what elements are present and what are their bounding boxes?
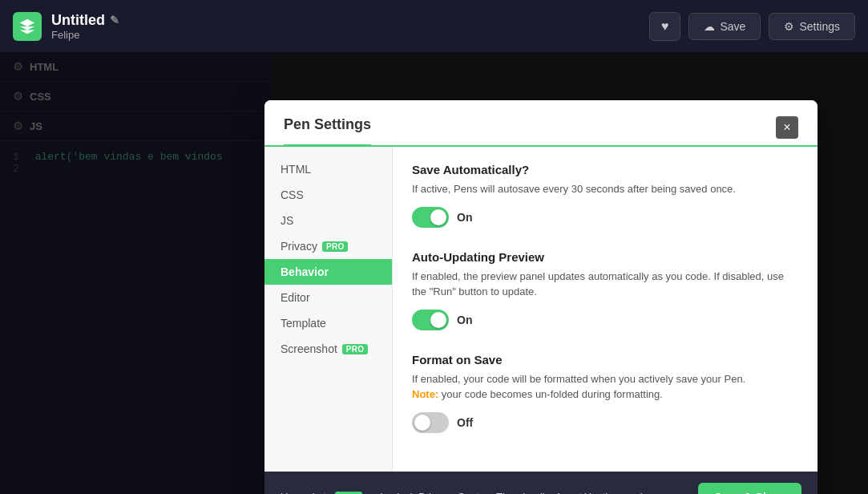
nav-item-html[interactable]: HTML xyxy=(264,156,392,182)
auto-update-thumb xyxy=(430,312,446,328)
nav-js-label: JS xyxy=(281,214,293,227)
modal-body: HTML CSS JS Privacy PRO Behavior Editor xyxy=(264,147,818,472)
pen-settings-modal: Pen Settings × HTML CSS JS Privacy PRO xyxy=(264,100,818,494)
edit-icon[interactable]: ✎ xyxy=(110,14,119,26)
heart-button[interactable]: ♥ xyxy=(649,12,681,41)
modal-title: Pen Settings xyxy=(284,116,371,147)
nav-html-label: HTML xyxy=(281,163,311,176)
format-save-toggle-row: Off xyxy=(412,412,798,433)
auto-update-track xyxy=(412,310,449,330)
nav-css-label: CSS xyxy=(281,188,304,201)
nav-behavior-label: Behavior xyxy=(281,265,329,278)
save-auto-title: Save Automatically? xyxy=(412,163,798,176)
save-auto-toggle[interactable] xyxy=(412,207,449,228)
format-save-toggle[interactable] xyxy=(412,412,449,433)
privacy-pro-badge: PRO xyxy=(322,241,349,252)
nav-item-template[interactable]: Template xyxy=(264,310,392,336)
nav-item-editor[interactable]: Editor xyxy=(264,285,392,310)
logo-icon xyxy=(13,12,42,41)
modal-content: Save Automatically? If active, Pens will… xyxy=(393,147,818,472)
modal-close-button[interactable]: × xyxy=(776,116,798,139)
modal-nav: HTML CSS JS Privacy PRO Behavior Editor xyxy=(264,147,393,472)
app-title: Untitled ✎ xyxy=(51,12,119,29)
auto-update-section: Auto-Updating Preview If enabled, the pr… xyxy=(412,250,798,330)
topbar-right: ♥ ☁ Save ⚙ Settings xyxy=(649,12,855,41)
topbar: Untitled ✎ Felipe ♥ ☁ Save ⚙ Settings xyxy=(0,0,868,52)
title-block: Untitled ✎ Felipe xyxy=(51,12,119,41)
format-save-title: Format on Save xyxy=(412,353,798,366)
upgrade-suffix: and unlock Privacy, Custom Thumbnails, A… xyxy=(365,491,672,494)
nav-template-label: Template xyxy=(281,317,326,330)
nav-item-screenshot[interactable]: Screenshot PRO xyxy=(264,336,392,362)
auto-update-toggle[interactable] xyxy=(412,310,449,330)
upgrade-text: Upgrade to PRO and unlock Privacy, Custo… xyxy=(281,491,672,494)
save-auto-desc: If active, Pens will autosave every 30 s… xyxy=(412,181,798,197)
save-auto-state-label: On xyxy=(457,211,472,224)
topbar-left: Untitled ✎ Felipe xyxy=(13,12,119,41)
save-button[interactable]: ☁ Save xyxy=(688,13,761,40)
save-auto-thumb xyxy=(430,209,446,225)
format-save-thumb xyxy=(414,415,430,431)
nav-editor-label: Editor xyxy=(281,291,310,304)
save-close-button[interactable]: Save & Close xyxy=(698,483,801,495)
auto-update-desc: If enabled, the preview panel updates au… xyxy=(412,269,798,300)
screenshot-pro-badge: PRO xyxy=(342,344,369,354)
nav-item-privacy[interactable]: Privacy PRO xyxy=(264,233,392,259)
settings-label: Settings xyxy=(799,20,840,33)
cloud-icon: ☁ xyxy=(704,20,715,33)
auto-update-toggle-row: On xyxy=(412,310,798,330)
nav-privacy-label: Privacy xyxy=(281,240,317,253)
editor-area: ⚙ HTML ⚙ CSS ⚙ JS 1 alert('bem vindas e … xyxy=(0,52,868,494)
format-save-note2: your code becomes un-folded during forma… xyxy=(438,388,663,400)
format-save-desc: If enabled, your code will be formatted … xyxy=(412,371,798,403)
format-save-note: Note: xyxy=(412,388,438,400)
nav-item-behavior[interactable]: Behavior xyxy=(264,259,392,285)
modal-header: Pen Settings × xyxy=(264,100,818,147)
nav-item-css[interactable]: CSS xyxy=(264,182,392,208)
settings-button[interactable]: ⚙ Settings xyxy=(769,13,855,40)
format-save-state-label: Off xyxy=(457,416,473,429)
save-auto-toggle-row: On xyxy=(412,207,798,228)
save-label: Save xyxy=(720,20,745,33)
subtitle-label: Felipe xyxy=(51,29,119,41)
nav-screenshot-label: Screenshot xyxy=(281,342,337,355)
gear-icon: ⚙ xyxy=(784,20,794,33)
nav-item-js[interactable]: JS xyxy=(264,208,392,233)
save-auto-track xyxy=(412,207,449,228)
format-save-track xyxy=(412,412,449,433)
title-label: Untitled xyxy=(51,12,105,29)
upgrade-prefix: Upgrade to xyxy=(281,491,332,494)
auto-update-title: Auto-Updating Preview xyxy=(412,250,798,264)
save-auto-section: Save Automatically? If active, Pens will… xyxy=(412,163,798,228)
auto-update-state-label: On xyxy=(457,314,472,326)
modal-footer: Upgrade to PRO and unlock Privacy, Custo… xyxy=(264,472,818,495)
format-save-section: Format on Save If enabled, your code wil… xyxy=(412,353,798,433)
